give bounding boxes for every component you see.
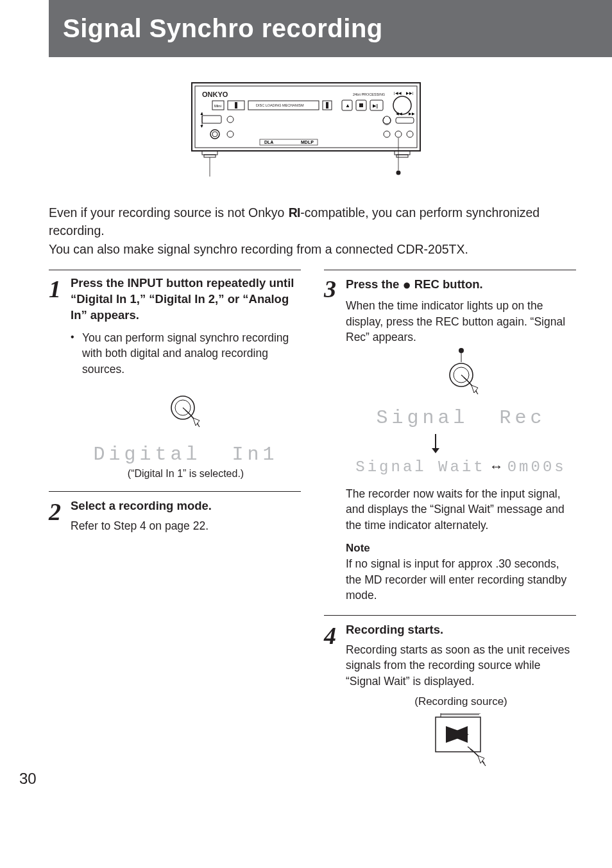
mdlp-label: MDLP [301,140,314,144]
processing-label: 24bit PROCESSING [353,92,385,96]
step-3-number: 3 [324,275,346,301]
rec-button-illustration [346,345,576,403]
step-1: 1 Press the INPUT button repeatedly unti… [49,275,301,480]
device-diagram: ONKYO 24bit PROCESSING Mini DISC LOADING… [0,80,612,186]
svg-rect-35 [204,155,216,157]
svg-text:▶||: ▶|| [373,103,378,108]
step-3-lcd2a: Signal Wait [355,458,485,476]
svg-rect-18 [202,116,221,123]
svg-rect-12 [359,103,363,107]
step-2-number: 2 [49,498,71,524]
svg-text:◀◀: ◀◀ [396,112,402,116]
step-1-head: Press the INPUT button repeatedly until … [71,275,301,324]
svg-point-32 [395,131,402,137]
svg-text:▶▶: ▶▶ [409,112,415,116]
svg-rect-5 [235,102,237,108]
svg-point-43 [459,348,464,353]
brand-label: ONKYO [202,91,228,98]
page-number: 30 [19,770,37,788]
svg-text:▲: ▲ [200,111,204,116]
input-knob-illustration [71,391,301,438]
step-4: 4 Recording starts. Recording starts as … [324,622,576,774]
intro-text: Even if your recording source is not Onk… [49,204,574,258]
svg-point-27 [383,116,391,124]
disc-loading-label: DISC LOADING MECHANISM [256,103,304,107]
step-1-bullet: You can perform signal synchro recording… [82,330,301,378]
step-2: 2 Select a recording mode. Refer to Step… [49,498,301,534]
svg-point-25 [227,131,234,137]
step-3-text1: When the time indicator lights up on the… [346,298,576,345]
svg-marker-48 [432,448,439,453]
right-column: 3 Press the ● REC button. When the time … [324,270,576,774]
down-arrow-icon [429,433,576,457]
step-3-head: Press the ● REC button. [346,275,576,295]
bullet-icon: • [71,330,82,378]
step-2-head: Select a recording mode. [71,498,301,514]
dla-label: DLA [264,140,273,144]
alternate-arrow-icon: ↔ [489,458,504,475]
step-4-head: Recording starts. [346,622,576,638]
svg-point-24 [212,132,217,137]
step-4-number: 4 [324,622,346,648]
step-3-lcd1: Signal Rec [346,407,576,429]
ri-icon: RI [288,204,301,221]
step-4-text: Recording starts as soon as the unit rec… [346,642,576,690]
page-title: Signal Synchro recording [49,0,612,57]
svg-rect-28 [396,117,414,123]
svg-point-33 [407,131,413,137]
left-column: 1 Press the INPUT button repeatedly unti… [49,270,301,774]
step-2-text: Refer to Step 4 on page 22. [71,518,301,534]
svg-point-22 [227,116,234,123]
svg-point-31 [384,131,390,137]
svg-text:▶▶|: ▶▶| [406,91,414,95]
svg-point-23 [210,130,219,139]
step-4-source-caption: (Recording source) [346,695,576,708]
svg-text:▲: ▲ [345,103,350,108]
svg-point-40 [396,171,401,175]
svg-text:▼: ▼ [200,124,204,128]
step-3: 3 Press the ● REC button. When the time … [324,275,576,603]
step-3-note-head: Note [346,542,576,555]
recording-source-illustration [346,713,576,774]
step-1-number: 1 [49,275,71,301]
svg-text:|◀◀: |◀◀ [394,91,402,95]
svg-text:Mini: Mini [214,104,221,108]
step-3-text2: The recorder now waits for the input sig… [346,486,576,534]
step-1-caption: (“Digital In 1” is selected.) [71,468,301,480]
step-1-lcd: Digital In1 [71,444,301,465]
step-3-note-text: If no signal is input for approx .30 sec… [346,556,576,603]
record-dot-icon: ● [402,277,411,293]
header-tab [49,0,64,24]
step-3-lcd2b: 0m00s [507,458,566,476]
svg-rect-8 [326,102,328,108]
